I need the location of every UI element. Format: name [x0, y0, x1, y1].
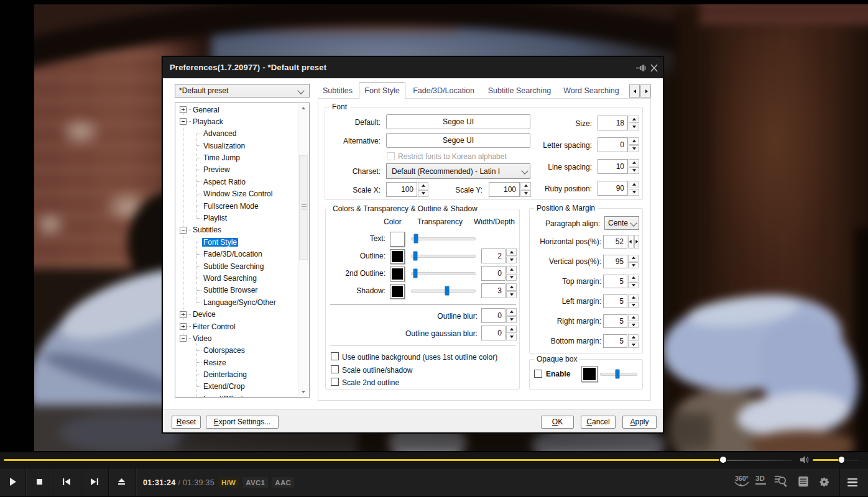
- tree-item[interactable]: Filter Control: [175, 321, 298, 332]
- opaque-color-swatch[interactable]: [581, 366, 598, 382]
- tree-item[interactable]: Font Style: [175, 236, 298, 248]
- close-icon[interactable]: [650, 64, 658, 72]
- export-settings-button[interactable]: Export Settings...: [206, 416, 279, 429]
- tree-item[interactable]: Word Searching: [175, 272, 298, 284]
- 3d-mode-icon[interactable]: 3D: [754, 468, 767, 496]
- opaque-enable-checkbox[interactable]: [534, 370, 542, 378]
- collapse-minus-icon[interactable]: [180, 118, 187, 125]
- checkbox[interactable]: [331, 378, 339, 386]
- expand-plus-icon[interactable]: [180, 311, 187, 318]
- tab-scroll-right-button[interactable]: [640, 84, 651, 98]
- spin-down-button[interactable]: [628, 262, 639, 269]
- tree-scrollbar[interactable]: [298, 103, 309, 397]
- reset-button[interactable]: Reset: [172, 416, 201, 429]
- spin-up-button[interactable]: [506, 308, 517, 316]
- tree-item[interactable]: Playback: [175, 116, 298, 127]
- gaussian-blur-spinner[interactable]: 0: [481, 326, 517, 340]
- tree-item[interactable]: Fade/3D/Location: [175, 248, 298, 260]
- checkbox[interactable]: [331, 365, 339, 373]
- seek-thumb[interactable]: [720, 457, 726, 463]
- spin-up-button[interactable]: [628, 314, 639, 321]
- letter-spacing-spinner[interactable]: 0: [598, 137, 639, 152]
- position-spinner[interactable]: 5: [603, 275, 639, 288]
- line-spacing-spinner[interactable]: 10: [598, 159, 639, 174]
- cancel-button[interactable]: Cancel: [581, 416, 616, 429]
- spin-down-button[interactable]: [628, 302, 639, 309]
- position-spinner[interactable]: 5: [603, 294, 639, 308]
- tree-item[interactable]: Subtitles: [175, 224, 298, 236]
- spin-down-button[interactable]: [520, 190, 531, 198]
- collapse-minus-icon[interactable]: [180, 335, 187, 342]
- spin-down-button[interactable]: [506, 257, 517, 264]
- checkbox[interactable]: [331, 352, 339, 360]
- tree-item[interactable]: Language/Sync/Other: [175, 296, 298, 308]
- play-button[interactable]: [0, 468, 25, 496]
- outline-blur-spinner[interactable]: 0: [481, 308, 517, 323]
- tree-item[interactable]: Deinterlacing: [175, 369, 298, 381]
- spin-up-button[interactable]: [506, 266, 517, 273]
- spin-up-button[interactable]: [629, 159, 639, 166]
- previous-button[interactable]: [53, 468, 81, 496]
- tree-item[interactable]: Advanced: [175, 128, 298, 140]
- spin-down-button[interactable]: [629, 167, 639, 175]
- ruby-position-spinner[interactable]: 90: [598, 181, 639, 196]
- tree-item[interactable]: Subtitle Browser: [175, 285, 298, 296]
- volume-thumb[interactable]: [839, 457, 845, 463]
- scrollbar-thumb[interactable]: [299, 155, 308, 260]
- spin-down-button[interactable]: [418, 190, 428, 198]
- spin-down-button[interactable]: [628, 282, 639, 289]
- spin-up-button[interactable]: [506, 248, 517, 256]
- tree-item[interactable]: Visualization: [175, 140, 298, 152]
- volume-icon[interactable]: [800, 455, 810, 465]
- tab-subtitles[interactable]: Subtitles: [316, 83, 359, 98]
- tree-item[interactable]: Resize: [175, 357, 298, 368]
- preset-select[interactable]: *Default preset: [175, 84, 310, 98]
- expand-plus-icon[interactable]: [180, 106, 187, 113]
- color-swatch[interactable]: [390, 267, 405, 281]
- transparency-slider[interactable]: [411, 237, 476, 240]
- tree-item[interactable]: General: [175, 104, 298, 116]
- spin-up-button[interactable]: [520, 182, 531, 189]
- transparency-slider[interactable]: [411, 290, 476, 293]
- spin-up-button[interactable]: [418, 182, 428, 189]
- slider-thumb[interactable]: [413, 268, 417, 278]
- spin-down-button[interactable]: [506, 291, 517, 299]
- dialog-titlebar[interactable]: Preferences(1.7.20977) - *Default preset: [163, 57, 663, 78]
- color-swatch[interactable]: [390, 249, 405, 264]
- slider-thumb[interactable]: [413, 234, 418, 243]
- color-swatch[interactable]: [390, 284, 405, 299]
- alternative-font-field[interactable]: Segoe UI: [386, 133, 530, 148]
- playlist-log-icon[interactable]: [798, 468, 809, 496]
- spin-down-button[interactable]: [506, 274, 517, 281]
- width-depth-spinner[interactable]: 0: [481, 266, 517, 281]
- size-spinner[interactable]: 18: [598, 116, 639, 130]
- color-swatch[interactable]: [390, 232, 405, 247]
- charset-select[interactable]: Default (Recommended) - Latin I: [386, 163, 530, 179]
- scale-y-spinner[interactable]: 100: [489, 182, 531, 197]
- tree-item[interactable]: Window Size Control: [175, 188, 298, 200]
- spin-up-button[interactable]: [506, 326, 517, 333]
- spin-up-button[interactable]: [628, 294, 639, 301]
- spin-up-button[interactable]: [629, 137, 639, 145]
- tree-item[interactable]: Video: [175, 332, 298, 344]
- expand-plus-icon[interactable]: [180, 323, 187, 330]
- spin-up-button[interactable]: [628, 255, 639, 262]
- slider-thumb[interactable]: [413, 251, 417, 260]
- width-depth-spinner[interactable]: 2: [481, 248, 517, 263]
- tab-scroll-left-button[interactable]: [629, 84, 640, 98]
- volume-slider-filled[interactable]: [813, 459, 839, 461]
- scroll-down-button[interactable]: [298, 386, 308, 397]
- volume-slider-remaining[interactable]: [846, 460, 860, 461]
- spin-down-button[interactable]: [506, 316, 517, 324]
- tree-item[interactable]: Fullscreen Mode: [175, 200, 298, 212]
- tree-item[interactable]: Preview: [175, 164, 298, 176]
- width-depth-spinner[interactable]: 3: [481, 283, 517, 298]
- seek-slider-remaining[interactable]: [727, 460, 792, 461]
- tab-word-searching[interactable]: Word Searching: [557, 83, 626, 98]
- position-spinner[interactable]: 52: [603, 235, 639, 248]
- spin-up-button[interactable]: [629, 181, 639, 188]
- spin-up-button[interactable]: [629, 116, 639, 123]
- spin-up-button[interactable]: [506, 283, 517, 291]
- tab-fade-3d-location[interactable]: Fade/3D/Location: [405, 83, 482, 98]
- tree-item[interactable]: Playlist: [175, 212, 298, 224]
